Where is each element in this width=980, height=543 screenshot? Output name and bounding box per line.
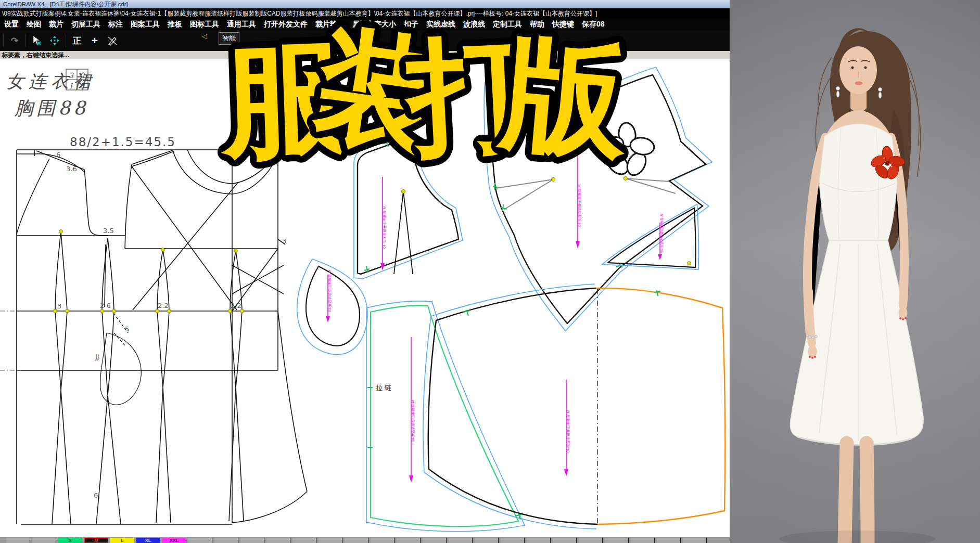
svg-text:6: 6: [56, 151, 60, 159]
menu-item-12[interactable]: 扣子: [404, 20, 418, 29]
size-swatch-empty[interactable]: [475, 538, 499, 543]
size-swatch-empty[interactable]: [345, 538, 368, 543]
menu-item-2[interactable]: 裁片: [49, 20, 63, 29]
size-swatch-empty[interactable]: [449, 538, 473, 543]
size-swatch-empty[interactable]: [292, 538, 316, 543]
menu-item-0[interactable]: 设置: [4, 20, 19, 29]
bodice-back-piece[interactable]: 04-女连衣裙@山本教育-M: [484, 67, 712, 331]
size-bar: SMLXLXXL: [0, 537, 730, 543]
size-swatch-S[interactable]: S: [58, 538, 82, 543]
svg-text:04-女连衣裙@山本教育-M: 04-女连衣裙@山本教育-M: [577, 184, 582, 227]
svg-text:04-女连衣裙@山本教育-M: 04-女连衣裙@山本教育-M: [566, 410, 570, 452]
grainline: 04-女连衣裙@山本教育-M: [326, 269, 332, 322]
toolbar-separator: [26, 34, 26, 47]
menu-item-9[interactable]: 打开外发文件: [264, 20, 308, 29]
menu-item-4[interactable]: 标注: [108, 20, 123, 29]
size-swatch-XL[interactable]: XL: [136, 538, 160, 543]
dress-bodice: [819, 124, 897, 240]
menu-item-11[interactable]: 属性文字大小: [352, 20, 396, 29]
menu-item-10[interactable]: 裁片输出: [315, 20, 345, 29]
pen-slash-icon[interactable]: [106, 34, 119, 47]
pattern-annotations: 女连衣裙 3 0 1 0 胸围88 挂 0: [6, 69, 337, 119]
menu-item-17[interactable]: 快捷键: [552, 20, 574, 29]
skirt-right-piece[interactable]: 04-女连衣裙@山本教育-M: [423, 284, 725, 529]
menu-item-7[interactable]: 图标工具: [190, 20, 219, 29]
svg-text:04-女连衣裙@山本教育-M: 04-女连衣裙@山本教育-M: [327, 269, 332, 312]
size-swatch-L[interactable]: L: [110, 538, 134, 543]
notch-marks: [463, 290, 660, 520]
size-swatch-empty[interactable]: [683, 538, 707, 543]
size-swatch-empty[interactable]: [371, 538, 394, 543]
notch-marks: [493, 109, 623, 267]
status-bar: 标要素，右键结束选择...: [0, 51, 730, 59]
menu-item-13[interactable]: 实线虚线: [426, 20, 455, 29]
size-swatch-empty[interactable]: [553, 538, 577, 543]
menu-item-16[interactable]: 帮助: [530, 20, 544, 29]
svg-text:2 6: 2 6: [100, 302, 111, 309]
menu-item-3[interactable]: 切展工具: [71, 20, 100, 29]
toolbar-separator: [3, 34, 4, 47]
dart-dots: [54, 230, 244, 313]
toolbar: ↷ 正 +: [0, 30, 730, 51]
svg-text:6: 6: [94, 492, 98, 499]
size-table-cell: 0: [80, 82, 85, 90]
menu-item-1[interactable]: 绘图: [27, 20, 41, 29]
bodice-front-piece[interactable]: 04-女连衣裙@山本教育-M: [354, 132, 463, 279]
select-cursor-icon[interactable]: [30, 34, 44, 47]
size-swatch-empty[interactable]: [605, 538, 629, 543]
zheng-tool-icon[interactable]: 正: [70, 34, 84, 47]
bust-label: 胸围88: [14, 97, 88, 119]
svg-text:3.5: 3.5: [103, 227, 114, 235]
draft-block[interactable]: [17, 150, 307, 524]
plus-tool-icon[interactable]: +: [88, 34, 101, 47]
menu-item-14[interactable]: 波浪线: [463, 20, 485, 29]
faint-char: 0: [327, 101, 337, 117]
size-swatch-empty[interactable]: [423, 538, 447, 543]
undo-icon[interactable]: ↷: [8, 34, 21, 47]
size-swatch-empty[interactable]: [32, 538, 56, 543]
svg-text:JJ: JJ: [95, 353, 99, 360]
skirt-left-piece[interactable]: 拉链 04-女连衣裙@山本教育-M: [366, 301, 525, 532]
menu-item-15[interactable]: 定制工具: [493, 20, 522, 29]
size-swatch-empty[interactable]: [6, 538, 30, 543]
dart-lines: [495, 178, 676, 210]
svg-text:2.2: 2.2: [158, 302, 169, 309]
triangle-piece[interactable]: 04-女连衣裙@山本教育-M: [602, 204, 699, 269]
grainline: 04-女连衣裙@山本教育-M: [564, 380, 570, 476]
size-swatch-empty[interactable]: [240, 538, 264, 543]
size-swatch-empty[interactable]: [527, 538, 551, 543]
menu-item-18[interactable]: 保存08: [582, 20, 605, 29]
size-swatch-empty[interactable]: [188, 538, 212, 543]
size-swatch-empty[interactable]: [319, 538, 342, 543]
flower-decoration: [597, 122, 655, 178]
svg-text:3: 3: [57, 302, 61, 310]
size-swatch-empty[interactable]: [657, 538, 681, 543]
toolbar-separator: [66, 34, 66, 47]
menu-item-5[interactable]: 图案工具: [131, 20, 160, 29]
grainline: 04-女连衣裙@山本教育-M: [380, 177, 387, 270]
guide-dashes: [0, 311, 16, 370]
size-table-cell: 0: [80, 71, 85, 80]
formula-text: 88/2+1.5=45.5: [70, 135, 176, 149]
teardrop-piece[interactable]: 04-女连衣裙@山本教育-M: [297, 259, 367, 355]
size-swatch-empty[interactable]: [266, 538, 290, 543]
move-tool-icon[interactable]: [48, 34, 61, 47]
pattern-svg: 女连衣裙 3 0 1 0 胸围88 挂 0 88/2+1.5=45.5: [0, 0, 730, 543]
size-swatch-XXL[interactable]: XXL: [162, 538, 186, 543]
svg-text:2.2: 2.2: [231, 302, 241, 309]
size-swatch-empty[interactable]: [214, 538, 238, 543]
screenshot-root: CorelDRAW X4 - [D:\工作\课件内容\公开课.cdr] \09实…: [0, 0, 980, 543]
size-swatch-empty[interactable]: [501, 538, 525, 543]
menu-item-6[interactable]: 推板: [168, 20, 182, 29]
size-swatch-empty[interactable]: [579, 538, 603, 543]
smart-button[interactable]: 智能: [219, 32, 239, 45]
size-swatch-empty[interactable]: [397, 538, 421, 543]
play-left-icon[interactable]: ◁: [202, 32, 207, 40]
faint-char: 挂: [287, 103, 302, 119]
grainline: 04-女连衣裙@山本教育-M: [576, 151, 582, 249]
grainline: 04-女连衣裙@山本教育-M: [409, 337, 415, 483]
menu-item-8[interactable]: 通用工具: [227, 20, 256, 29]
size-swatch-M[interactable]: M: [84, 538, 108, 543]
size-swatch-empty[interactable]: [631, 538, 655, 543]
measurement-labels: 6 3.6 3.5 3 2 6 5 JJ 2.2 2.2 3 6: [56, 151, 286, 499]
